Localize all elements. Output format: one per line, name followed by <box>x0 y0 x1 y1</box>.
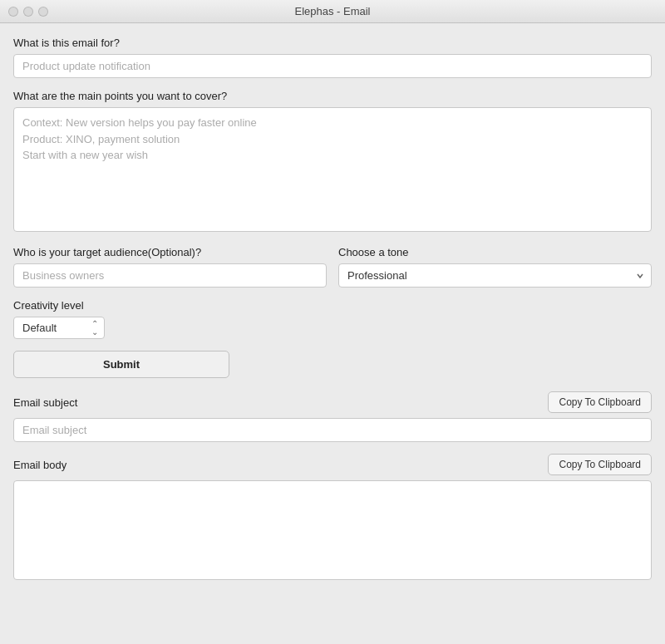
email-body-section: Email body Copy To Clipboard <box>13 454 652 583</box>
tone-label: Choose a tone <box>338 246 652 258</box>
email-subject-input[interactable] <box>13 418 652 442</box>
target-audience-group: Who is your target audience(Optional)? <box>13 246 327 288</box>
tone-group: Choose a tone Professional Casual Formal… <box>338 246 652 288</box>
email-subject-label: Email subject <box>13 396 77 409</box>
copy-subject-button[interactable]: Copy To Clipboard <box>548 391 652 413</box>
submit-button[interactable]: Submit <box>13 351 229 378</box>
titlebar: Elephas - Email <box>0 0 665 23</box>
minimize-button[interactable] <box>23 7 33 17</box>
email-subject-section: Email subject Copy To Clipboard <box>13 391 652 442</box>
email-subject-header: Email subject Copy To Clipboard <box>13 391 652 413</box>
copy-body-button[interactable]: Copy To Clipboard <box>548 454 652 475</box>
email-purpose-label: What is this email for? <box>13 37 652 49</box>
tone-select-wrapper: Professional Casual Formal Friendly Humo… <box>338 263 652 288</box>
target-audience-input[interactable] <box>13 263 327 288</box>
creativity-group: Creativity level Default Low Medium High… <box>13 299 652 339</box>
main-points-label: What are the main points you want to cov… <box>13 90 652 102</box>
tone-select[interactable]: Professional Casual Formal Friendly Humo… <box>338 263 652 288</box>
creativity-select-wrapper: Default Low Medium High ⌃ ⌄ <box>13 317 105 339</box>
maximize-button[interactable] <box>38 7 48 17</box>
email-body-header: Email body Copy To Clipboard <box>13 454 652 475</box>
email-purpose-input[interactable] <box>13 54 652 78</box>
close-button[interactable] <box>8 7 18 17</box>
email-body-label: Email body <box>13 459 66 471</box>
audience-tone-row: Who is your target audience(Optional)? C… <box>13 246 652 288</box>
creativity-select[interactable]: Default Low Medium High <box>13 317 105 339</box>
window-title: Elephas - Email <box>294 5 370 17</box>
main-points-group: What are the main points you want to cov… <box>13 90 652 234</box>
creativity-label: Creativity level <box>13 299 652 312</box>
email-purpose-group: What is this email for? <box>13 37 652 78</box>
email-body-textarea[interactable] <box>13 480 652 580</box>
main-content: What is this email for? What are the mai… <box>0 23 665 644</box>
traffic-lights <box>8 7 48 17</box>
target-audience-label: Who is your target audience(Optional)? <box>13 246 327 258</box>
main-points-input[interactable] <box>13 107 652 232</box>
